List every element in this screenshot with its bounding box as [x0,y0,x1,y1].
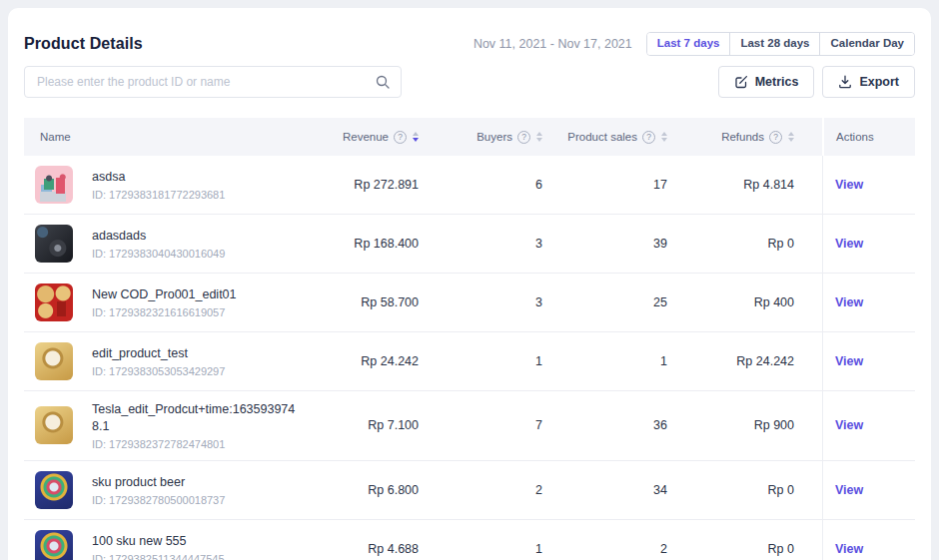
product-image [35,530,73,560]
buyers-cell: 1 [419,542,542,556]
product-sales-cell: 1 [542,354,667,368]
product-name: 100 sku new 555 [92,533,225,550]
name-cell: sku product beer ID: 1729382780500018737 [24,461,312,519]
buyers-cell: 1 [419,354,542,368]
revenue-cell: Rp 168.400 [312,237,419,251]
buyers-cell: 2 [419,483,542,497]
product-id: ID: 1729382321616619057 [92,306,237,318]
toolbar: Metrics Export [24,66,915,98]
product-sales-cell: 39 [542,237,667,251]
product-id: ID: 1729383053053429297 [92,365,225,377]
product-sales-cell: 17 [542,178,667,192]
revenue-cell: Rp 4.688 [312,542,419,556]
product-table: NameRevenueBuyersProduct salesRefundsAct… [24,118,915,560]
view-link[interactable]: View [835,542,863,556]
info-icon[interactable] [642,131,655,144]
view-link[interactable]: View [835,418,863,432]
actions-cell: View [822,156,915,214]
product-info: adasdads ID: 1729383040430016049 [92,228,225,260]
product-image [35,225,73,263]
product-id: ID: 1729382372782474801 [92,438,300,450]
revenue-cell: Rp 24.242 [312,354,419,368]
table-row: edit_product_test ID: 172938305305342929… [24,332,915,391]
toolbar-actions: Metrics Export [718,66,915,98]
revenue-cell: Rp 6.800 [312,483,419,497]
buyers-cell: 3 [419,295,542,309]
sort-control[interactable] [788,132,794,142]
column-label: Refunds [721,131,764,143]
product-info: sku product beer ID: 1729382780500018737 [92,474,225,506]
refunds-cell: Rp 900 [667,418,822,432]
product-image [35,471,73,509]
column-label: Product sales [567,131,637,143]
search-input[interactable] [24,66,402,98]
refunds-cell: Rp 0 [667,542,822,556]
refunds-cell: Rp 400 [667,295,822,309]
name-cell: 100 sku new 555 ID: 1729382511344447545 [24,520,312,560]
revenue-cell: Rp 272.891 [312,178,419,192]
sort-desc-icon [788,138,794,142]
range-button-last-28-days[interactable]: Last 28 days [729,33,819,55]
metrics-button-label: Metrics [755,75,799,89]
product-image [35,406,73,444]
name-cell: New COD_Pro001_edit01 ID: 17293823216166… [24,274,312,331]
revenue-cell: Rp 58.700 [312,295,419,309]
info-icon[interactable] [769,131,782,144]
revenue-cell: Rp 7.100 [312,418,419,432]
date-range-label: Nov 11, 2021 - Nov 17, 2021 [473,37,632,51]
view-link[interactable]: View [835,237,863,251]
product-id: ID: 1729383181772293681 [92,189,225,201]
table-body: asdsa ID: 1729383181772293681 Rp 272.891… [24,156,915,560]
product-details-card: Product Details Nov 11, 2021 - Nov 17, 2… [8,8,931,560]
product-info: asdsa ID: 1729383181772293681 [92,169,225,201]
product-info: New COD_Pro001_edit01 ID: 17293823216166… [92,286,237,318]
title-bar: Product Details Nov 11, 2021 - Nov 17, 2… [24,32,915,56]
column-header-refunds[interactable]: Refunds [667,131,822,144]
product-sales-cell: 36 [542,418,667,432]
download-icon [838,75,852,89]
range-button-last-7-days[interactable]: Last 7 days [647,33,730,55]
column-header-revenue[interactable]: Revenue [312,131,419,144]
actions-cell: View [822,520,915,560]
search-box [24,66,402,98]
view-link[interactable]: View [835,178,863,192]
table-row: sku product beer ID: 1729382780500018737… [24,461,915,520]
product-sales-cell: 34 [542,483,667,497]
view-link[interactable]: View [835,483,863,497]
column-label: Buyers [476,131,512,143]
buyers-cell: 3 [419,237,542,251]
actions-cell: View [822,274,915,331]
product-id: ID: 1729383040430016049 [92,248,225,260]
name-cell: asdsa ID: 1729383181772293681 [24,156,312,214]
info-icon[interactable] [394,131,407,144]
product-sales-cell: 25 [542,295,667,309]
product-image [35,342,73,380]
refunds-cell: Rp 0 [667,483,822,497]
info-icon[interactable] [517,131,530,144]
product-name: asdsa [92,169,225,186]
refunds-cell: Rp 0 [667,237,822,251]
product-image [35,166,73,204]
table-header-row: NameRevenueBuyersProduct salesRefundsAct… [24,118,915,156]
column-header-product-sales[interactable]: Product sales [542,131,667,144]
table-row: asdsa ID: 1729383181772293681 Rp 272.891… [24,156,915,215]
actions-cell: View [822,332,915,390]
search-icon[interactable] [376,75,390,89]
buyers-cell: 7 [419,418,542,432]
table-row: Tesla_edit_Prodcut+time:1635939748.1 ID:… [24,391,915,461]
date-range-segmented-control: Last 7 daysLast 28 daysCalendar Day [646,32,915,56]
product-name: Tesla_edit_Prodcut+time:1635939748.1 [92,401,300,435]
range-button-calendar-day[interactable]: Calendar Day [819,33,914,55]
product-id: ID: 1729382780500018737 [92,494,225,506]
actions-cell: View [822,215,915,273]
product-name: sku product beer [92,474,225,491]
metrics-edit-icon [734,75,748,89]
export-button[interactable]: Export [822,66,915,98]
view-link[interactable]: View [835,354,863,368]
refunds-cell: Rp 24.242 [667,354,822,368]
product-image [35,283,73,321]
product-name: New COD_Pro001_edit01 [92,286,237,303]
column-header-buyers[interactable]: Buyers [419,131,542,144]
view-link[interactable]: View [835,295,863,309]
metrics-button[interactable]: Metrics [718,66,815,98]
